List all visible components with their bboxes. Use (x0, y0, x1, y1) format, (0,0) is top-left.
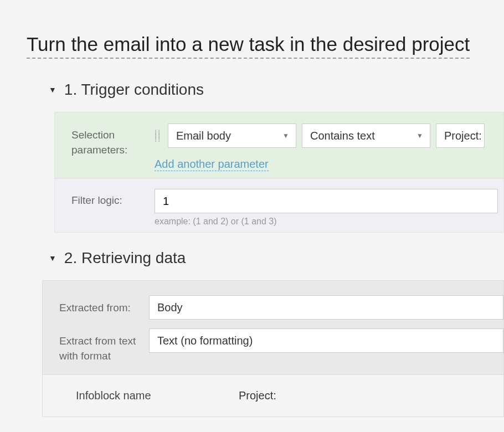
chevron-down-icon: ▼ (282, 132, 289, 140)
section-1-header[interactable]: ▼ 1. Trigger conditions (49, 81, 504, 99)
retrieving-data-section: ▼ 2. Retrieving data Extracted from: Bod… (27, 249, 504, 417)
param-operator-value: Contains text (310, 130, 375, 142)
infoblock-row: Infoblock name Project: (43, 374, 503, 416)
chevron-down-icon: ▼ (416, 132, 423, 140)
extract-format-value: Text (no formatting) (157, 335, 253, 347)
selection-params-label: Selection parameters: (71, 124, 155, 157)
section-1-title: 1. Trigger conditions (64, 81, 204, 99)
extract-format-row: Extract from text with format Text (no f… (43, 324, 503, 368)
param-operator-select[interactable]: Contains text ▼ (302, 124, 430, 148)
add-parameter-link[interactable]: Add another parameter (155, 158, 269, 171)
param-field-select[interactable]: Email body ▼ (168, 124, 296, 148)
selection-params-panel: Selection parameters: ⁞⁞⁞⁞⁞⁞ Email body … (54, 112, 504, 178)
extracted-from-select[interactable]: Body (149, 295, 503, 320)
section-2-header[interactable]: ▼ 2. Retrieving data (49, 249, 504, 267)
filter-logic-input[interactable] (155, 189, 498, 213)
extract-format-label: Extract from text with format (59, 328, 149, 363)
trigger-conditions-section: ▼ 1. Trigger conditions Selection parame… (27, 81, 504, 233)
param-value-text: Project: (444, 130, 482, 142)
filter-logic-label: Filter logic: (71, 189, 155, 208)
extracted-from-row: Extracted from: Body (43, 291, 503, 324)
section-2-title: 2. Retrieving data (64, 249, 186, 267)
extracted-from-label: Extracted from: (59, 295, 149, 316)
infoblock-name-value[interactable]: Project: (231, 385, 284, 407)
retrieving-data-panel: Extracted from: Body Extract from text w… (42, 280, 504, 417)
infoblock-name-label: Infoblock name (76, 389, 231, 402)
page-title: Turn the email into a new task in the de… (27, 33, 470, 59)
filter-logic-hint: example: (1 and 2) or (1 and 3) (155, 217, 503, 227)
param-field-value: Email body (176, 130, 231, 142)
param-row-1: ⁞⁞⁞⁞⁞⁞ Email body ▼ Contains text ▼ Proj… (155, 124, 503, 148)
param-value-input[interactable]: Project: (436, 124, 485, 148)
chevron-down-icon: ▼ (49, 254, 56, 263)
extract-format-select[interactable]: Text (no formatting) (149, 328, 503, 353)
chevron-down-icon: ▼ (49, 85, 56, 94)
drag-handle-icon[interactable]: ⁞⁞⁞⁞⁞⁞ (155, 131, 161, 141)
filter-logic-panel: Filter logic: example: (1 and 2) or (1 a… (54, 178, 504, 233)
extracted-from-value: Body (157, 301, 183, 314)
